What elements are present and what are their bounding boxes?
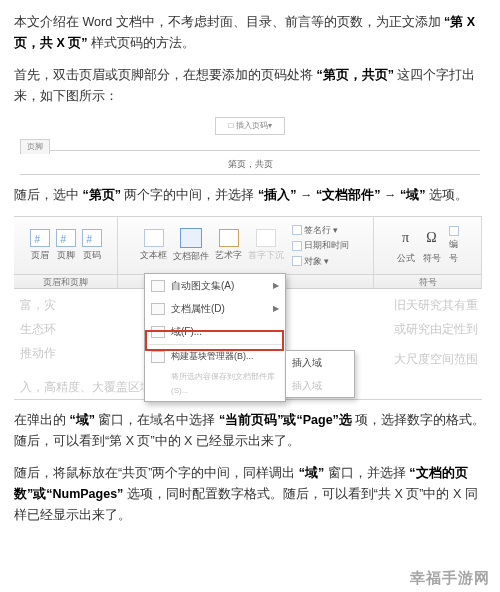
text: 样式页码的方法。: [91, 36, 195, 50]
submenu-insertfield-1[interactable]: 插入域: [286, 351, 354, 374]
footer-tab: 页脚: [20, 139, 50, 154]
paragraph-4: 在弹出的 “域” 窗口，在域名中选择 “当前页码”或“Page”选 项，选择数字…: [14, 410, 486, 453]
signature-button[interactable]: 签名行 ▾: [292, 223, 338, 237]
text: 在弹出的: [14, 413, 66, 427]
number-button[interactable]: 编号: [447, 226, 461, 266]
text: →: [300, 188, 316, 202]
watermark: 幸福手游网: [410, 565, 490, 591]
label: 文本框: [140, 248, 167, 262]
text: 窗口，并选择: [328, 466, 406, 480]
chevron-right-icon: ▶: [273, 279, 279, 293]
paragraph-3: 随后，选中 “第页” 两个字的中间，并选择 “插入” → “文档部件” → “域…: [14, 185, 486, 206]
text: 两个字的中间，并选择: [124, 188, 254, 202]
object-button[interactable]: 对象 ▾: [292, 254, 329, 268]
quickparts-dropdown: 自动图文集(A)▶ 文档属性(D)▶ 域(F)... 构建基块管理器(B)...…: [144, 273, 286, 401]
label: 符号: [423, 251, 441, 265]
menu-buildingblocks[interactable]: 构建基块管理器(B)...: [145, 346, 285, 367]
bold-text: “域”: [400, 188, 426, 202]
label: 插入域: [292, 354, 322, 371]
footer-diagram: □ 插入页码▾ 页脚 第页，共页: [20, 117, 480, 175]
text: 首先，双击页眉或页脚部分，在想要添加的页码处将: [14, 68, 313, 82]
footer-button[interactable]: 页脚: [54, 229, 78, 262]
menu-docproperty[interactable]: 文档属性(D)▶: [145, 297, 285, 320]
label: 域(F)...: [171, 323, 202, 340]
label: 日期和时间: [304, 238, 349, 252]
quickparts-button[interactable]: 文档部件: [171, 228, 211, 263]
submenu-insertfield-2: 插入域: [286, 374, 354, 397]
ghost-text: 大尺度空间范围: [394, 349, 478, 369]
text: 随后，将鼠标放在“共页”两个字的中间，同样调出: [14, 466, 295, 480]
ghost-text: 或研究由定性到: [394, 319, 478, 339]
hline: [50, 143, 480, 151]
header-button[interactable]: 页眉: [28, 229, 52, 262]
text: 选项。: [429, 188, 468, 202]
paragraph-5: 随后，将鼠标放在“共页”两个字的中间，同样调出 “域” 窗口，并选择 “文档的页…: [14, 463, 486, 527]
label: 对象 ▾: [304, 254, 329, 268]
label: 插入域: [292, 377, 322, 394]
label: 文档部件: [173, 249, 209, 263]
word-ribbon-screenshot: 页眉 页脚 页码 文本框 文档部件 艺术字 首字下沉 签名行 ▾ 日期和时间 对…: [14, 216, 482, 400]
datetime-button[interactable]: 日期和时间: [292, 238, 349, 252]
ribbon-group-text: 文本框 文档部件 艺术字 首字下沉 签名行 ▾ 日期和时间 对象 ▾: [118, 217, 374, 274]
label: 自动图文集(A): [171, 277, 234, 294]
ghost-text: 旧天研究其有重: [394, 295, 478, 315]
ghost-text: 生态环: [20, 319, 56, 339]
text: →: [384, 188, 400, 202]
separator: [149, 344, 281, 345]
insert-pagenum-label: □ 插入页码▾: [215, 117, 285, 135]
label: 编号: [449, 237, 459, 266]
equation-button[interactable]: π公式: [395, 226, 417, 265]
text-right-stack: 签名行 ▾ 日期和时间 对象 ▾: [288, 223, 353, 268]
bold-text: “第页，共页”: [316, 68, 394, 82]
submenu: 插入域 插入域: [285, 350, 355, 398]
label: 首字下沉: [248, 248, 284, 262]
ghost-text: 富，灾: [20, 295, 56, 315]
textbox-button[interactable]: 文本框: [138, 229, 169, 262]
wordart-button[interactable]: 艺术字: [213, 229, 244, 262]
symbol-button[interactable]: Ω符号: [421, 226, 443, 265]
ribbon-group-symbols: π公式 Ω符号 编号: [374, 217, 482, 274]
label: 将所选内容保存到文档部件库(S)...: [171, 370, 279, 397]
label: 页脚: [57, 248, 75, 262]
menu-autotext[interactable]: 自动图文集(A)▶: [145, 274, 285, 297]
bold-text: “域”: [299, 466, 325, 480]
label: 页眉: [31, 248, 49, 262]
label: 构建基块管理器(B)...: [171, 349, 254, 364]
label: 文档属性(D): [171, 300, 225, 317]
text: 本文介绍在 Word 文档中，不考虑封面、目录、前言等的页数，为正文添加: [14, 15, 441, 29]
menu-savetogallery: 将所选内容保存到文档部件库(S)...: [145, 367, 285, 400]
bold-text: “文档部件”: [316, 188, 381, 202]
label: 签名行 ▾: [304, 223, 338, 237]
text: 随后，选中: [14, 188, 79, 202]
bold-text: “当前页码”或“Page”选: [219, 413, 352, 427]
ribbon: 页眉 页脚 页码 文本框 文档部件 艺术字 首字下沉 签名行 ▾ 日期和时间 对…: [14, 217, 482, 275]
menu-field[interactable]: 域(F)...: [145, 320, 285, 343]
paragraph-1: 本文介绍在 Word 文档中，不考虑封面、目录、前言等的页数，为正文添加 “第 …: [14, 12, 486, 55]
label: 公式: [397, 251, 415, 265]
bold-text: “第页”: [82, 188, 121, 202]
pagenumber-button[interactable]: 页码: [80, 229, 104, 262]
chevron-right-icon: ▶: [273, 302, 279, 316]
text: 窗口，在域名中选择: [98, 413, 215, 427]
bold-text: “插入”: [258, 188, 297, 202]
group-label: 符号: [374, 275, 482, 288]
bold-text: “域”: [69, 413, 95, 427]
dropcap-button[interactable]: 首字下沉: [246, 229, 286, 262]
group-label: 页眉和页脚: [14, 275, 118, 288]
ribbon-group-headerfooter: 页眉 页脚 页码: [14, 217, 118, 274]
label: 页码: [83, 248, 101, 262]
paragraph-2: 首先，双击页眉或页脚部分，在想要添加的页码处将 “第页，共页” 这四个字打出来，…: [14, 65, 486, 108]
ghost-text: 推动作: [20, 343, 56, 363]
label: 艺术字: [215, 248, 242, 262]
footer-center-text: 第页，共页: [20, 155, 480, 175]
